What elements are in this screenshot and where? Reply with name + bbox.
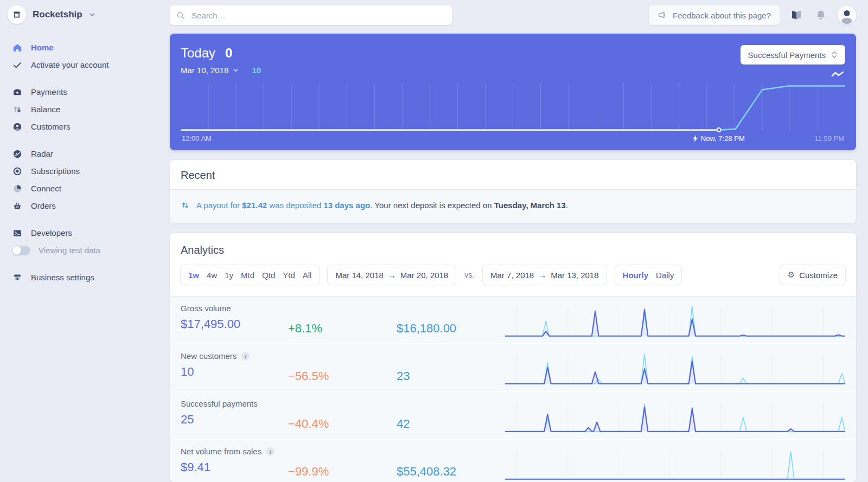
granularity-toggle: Hourly Daily (615, 265, 682, 285)
range-tab-1w[interactable]: 1w (188, 271, 199, 280)
metric-row-new-customers[interactable]: New customersi 10 −56.5% 23 (170, 344, 856, 391)
sidebar-nav: Home Activate your account Payments Bala… (0, 39, 167, 286)
sidebar-item-label: Activate your account (31, 60, 108, 70)
sidebar-item-label: Payments (31, 87, 67, 98)
metric-rows: Gross volume $17,495.00 +8.1% $16,180.00… (170, 296, 856, 482)
range-tab-mtd[interactable]: Mtd (241, 271, 254, 280)
account-name: Rocketship (33, 9, 82, 20)
sidebar-item-radar[interactable]: Radar (0, 145, 167, 163)
metric-sparkline (505, 399, 845, 433)
metric-value: 10 (181, 365, 288, 379)
bell-icon (815, 9, 827, 21)
check-icon (12, 60, 23, 70)
metric-sparkline (505, 446, 845, 481)
metric-row-net-volume[interactable]: Net volume from salesi $9.41 −99.9% $55,… (170, 440, 856, 482)
metric-value: $9.41 (181, 460, 288, 474)
sidebar-item-home[interactable]: Home (0, 39, 167, 56)
line-chart-icon (831, 70, 844, 78)
storefront-icon (12, 272, 23, 283)
home-icon (12, 42, 23, 53)
axis-label-end: 11:59 PM (814, 134, 844, 143)
range-tab-1y[interactable]: 1y (225, 271, 233, 280)
granularity-hourly[interactable]: Hourly (623, 271, 649, 280)
sidebar-item-label: Radar (31, 149, 53, 159)
payout-notification[interactable]: A payout for $21.42 was deposited 13 day… (170, 189, 856, 223)
payout-icon (181, 201, 190, 210)
metric-select-label: Successful Payments (748, 50, 826, 60)
chevron-down-icon (233, 67, 239, 73)
sidebar-item-orders[interactable]: Orders (0, 197, 167, 215)
recent-title: Recent (170, 160, 856, 189)
user-avatar[interactable] (838, 6, 856, 24)
granularity-daily[interactable]: Daily (656, 271, 674, 280)
chart-type-toggle[interactable] (831, 70, 844, 80)
sidebar-item-business-settings[interactable]: Business settings (0, 269, 167, 286)
info-icon[interactable]: i (241, 352, 250, 361)
sidebar-item-label: Business settings (31, 272, 94, 283)
chevron-down-icon (89, 11, 95, 18)
book-icon (790, 9, 803, 22)
notifications-button[interactable] (813, 8, 828, 23)
info-icon[interactable]: i (266, 447, 275, 456)
today-chart (181, 81, 845, 132)
gear-icon: ⚙ (788, 270, 795, 280)
date-picker[interactable]: Mar 10, 2018 (181, 66, 239, 75)
sidebar-item-label: Customers (31, 121, 71, 132)
metric-sparkline (505, 303, 845, 338)
axis-label-now: Now, 7:28 PM (693, 134, 745, 143)
feedback-button[interactable]: Feedback about this page? (649, 5, 780, 25)
terminal-icon (12, 228, 23, 239)
sidebar-item-customers[interactable]: Customers (0, 118, 167, 136)
sidebar-item-label: Viewing test data (39, 245, 100, 256)
search-bar[interactable] (170, 5, 452, 25)
analytics-title: Analytics (170, 233, 856, 265)
storefront-icon (8, 5, 26, 24)
arrow-right-icon: → (538, 271, 546, 280)
date-label: Mar 10, 2018 (181, 66, 228, 75)
sidebar-item-activate-account[interactable]: Activate your account (0, 56, 167, 74)
customize-button[interactable]: ⚙ Customize (780, 265, 845, 285)
metric-row-gross-volume[interactable]: Gross volume $17,495.00 +8.1% $16,180.00 (170, 297, 856, 343)
sidebar: Rocketship Home Activate your account Pa… (0, 0, 167, 286)
sidebar-item-label: Developers (31, 228, 72, 239)
docs-button[interactable] (789, 8, 804, 23)
account-switcher[interactable]: Rocketship (0, 0, 167, 24)
search-input[interactable] (190, 10, 445, 21)
test-data-toggle[interactable] (12, 246, 30, 255)
payments-icon (12, 87, 23, 98)
metric-compare-value: $55,408.32 (397, 440, 505, 482)
arrow-right-icon: → (388, 271, 396, 280)
radar-icon (12, 149, 23, 159)
search-icon (176, 11, 185, 20)
metric-change: −99.9% (288, 440, 397, 482)
sidebar-item-payments[interactable]: Payments (0, 83, 167, 101)
sidebar-item-connect[interactable]: Connect (0, 180, 167, 197)
range-tab-ytd[interactable]: Ytd (283, 271, 295, 280)
topbar-actions: Feedback about this page? (649, 5, 856, 25)
metric-compare-value: $16,180.00 (397, 297, 505, 343)
range-tab-qtd[interactable]: Qtd (262, 271, 275, 280)
analytics-filters: 1w 4w 1y Mtd Qtd Ytd All Mar 14, 2018 → … (170, 265, 856, 285)
current-period-button[interactable]: Mar 14, 2018 → Mar 20, 2018 (328, 265, 456, 285)
metric-change: −56.5% (288, 344, 397, 391)
metric-label: Successful payments (181, 399, 258, 408)
recent-card: Recent A payout for $21.42 was deposited… (170, 160, 856, 223)
balance-icon (12, 104, 23, 115)
metric-row-successful-payments[interactable]: Successful payments 25 −40.4% 42 (170, 392, 856, 439)
lightning-icon (693, 135, 698, 142)
axis-label-start: 12:00 AM (182, 134, 212, 143)
subscriptions-icon (12, 166, 23, 177)
sidebar-item-viewing-test-data: Viewing test data (0, 242, 167, 259)
sidebar-item-developers[interactable]: Developers (0, 224, 167, 242)
range-tab-4w[interactable]: 4w (207, 271, 217, 280)
sidebar-item-label: Orders (31, 201, 56, 211)
metric-compare-value: 42 (397, 392, 505, 439)
metric-label: New customers (181, 351, 237, 361)
range-tab-all[interactable]: All (303, 271, 312, 280)
payout-text: A payout for $21.42 was deposited 13 day… (196, 200, 568, 211)
sidebar-item-balance[interactable]: Balance (0, 101, 167, 118)
sidebar-item-subscriptions[interactable]: Subscriptions (0, 163, 167, 180)
sort-chevrons-icon (831, 50, 838, 59)
previous-period-button[interactable]: Mar 7, 2018 → Mar 13, 2018 (483, 265, 606, 285)
metric-select[interactable]: Successful Payments (741, 45, 845, 65)
